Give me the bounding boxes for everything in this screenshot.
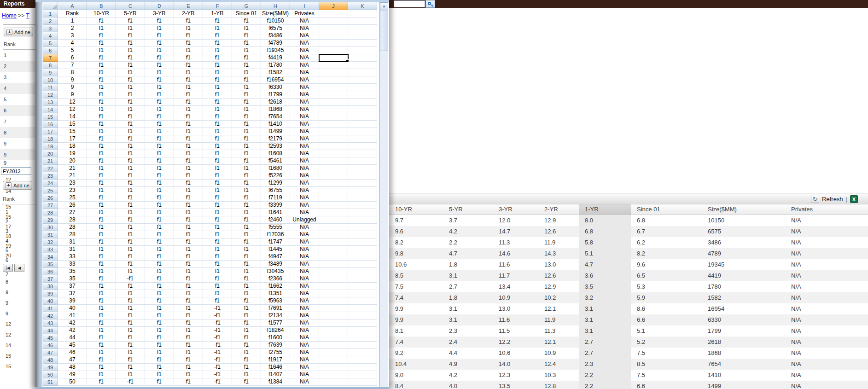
spreadsheet-cell[interactable]: f1	[232, 180, 261, 187]
spreadsheet-cell[interactable]: f1	[203, 135, 232, 143]
spreadsheet-cell[interactable]: f1	[232, 275, 261, 283]
spreadsheet-cell[interactable]: N/A	[290, 342, 319, 349]
spreadsheet-cell[interactable]: f1	[232, 143, 261, 150]
spreadsheet-cell[interactable]: 42	[43, 312, 58, 319]
spreadsheet-cell[interactable]	[348, 157, 377, 165]
spreadsheet-cell[interactable]: N/A	[290, 224, 319, 231]
spreadsheet-cell[interactable]: f7119	[261, 194, 290, 202]
export-excel-icon[interactable]: X	[850, 195, 858, 203]
spreadsheet-cell[interactable]: f1	[145, 113, 174, 121]
spreadsheet-cell[interactable]: 39	[58, 297, 87, 305]
spreadsheet-cell[interactable]: 19	[58, 150, 87, 157]
rank-row[interactable]: 5	[0, 94, 35, 105]
spreadsheet-cell[interactable]: f1	[232, 47, 261, 54]
spreadsheet-cell[interactable]: 49	[43, 364, 58, 371]
spreadsheet-cell[interactable]: f1	[116, 47, 145, 54]
spreadsheet-cell[interactable]: f1	[116, 32, 145, 40]
spreadsheet-cell[interactable]: f1499	[261, 128, 290, 135]
spreadsheet-cell[interactable]: f1	[232, 54, 261, 62]
spreadsheet-cell[interactable]	[319, 17, 348, 25]
spreadsheet-cell[interactable]: 3	[58, 32, 87, 40]
spreadsheet-cell[interactable]: N/A	[290, 62, 319, 69]
spreadsheet-cell[interactable]: f1680	[261, 165, 290, 172]
report-column-header[interactable]: Size($MM)	[702, 204, 785, 215]
spreadsheet-cell[interactable]: f1	[145, 312, 174, 319]
spreadsheet-cell[interactable]: N/A	[290, 253, 319, 261]
spreadsheet-cell[interactable]	[348, 10, 377, 17]
spreadsheet-cell[interactable]: f17036	[261, 231, 290, 238]
spreadsheet-cell[interactable]: 2	[58, 25, 87, 32]
spreadsheet-cell[interactable]	[348, 216, 377, 224]
report-column-header[interactable]: 5-YR	[443, 204, 493, 215]
spreadsheet-cell[interactable]: 44	[43, 327, 58, 334]
spreadsheet-cell[interactable]: f1	[203, 47, 232, 54]
spreadsheet-cell[interactable]	[319, 157, 348, 165]
spreadsheet-cell[interactable]	[319, 187, 348, 194]
spreadsheet-cell[interactable]: 9	[58, 76, 87, 84]
spreadsheet-cell[interactable]: f1	[232, 187, 261, 194]
spreadsheet-cell[interactable]: f1	[116, 180, 145, 187]
spreadsheet-cell[interactable]: 26	[43, 194, 58, 202]
spreadsheet-cell[interactable]	[348, 261, 377, 268]
spreadsheet-cell[interactable]: N/A	[290, 319, 319, 327]
spreadsheet-cell[interactable]: f1	[203, 17, 232, 25]
spreadsheet-cell[interactable]: f1	[145, 356, 174, 364]
spreadsheet-cell[interactable]: f1	[145, 378, 174, 386]
spreadsheet-cell[interactable]: f1	[87, 290, 116, 297]
spreadsheet-cell[interactable]: f1	[116, 194, 145, 202]
spreadsheet-cell[interactable]: f1	[203, 238, 232, 246]
spreadsheet-cell[interactable]: f1	[145, 319, 174, 327]
rank-row[interactable]: 1	[1, 209, 35, 215]
spreadsheet-cell[interactable]: N/A	[290, 32, 319, 40]
spreadsheet-cell[interactable]: f1	[116, 84, 145, 91]
spreadsheet-cell[interactable]: 31	[43, 231, 58, 238]
spreadsheet-cell[interactable]: f1	[174, 378, 203, 386]
column-header[interactable]: K	[348, 2, 377, 10]
add-new-button[interactable]: + Add ne	[4, 28, 33, 36]
spreadsheet-cell[interactable]: N/A	[290, 283, 319, 290]
spreadsheet-cell[interactable]: 1-YR	[203, 10, 232, 17]
spreadsheet-cell[interactable]: f1	[87, 157, 116, 165]
spreadsheet-cell[interactable]: f6755	[261, 187, 290, 194]
spreadsheet-cell[interactable]: f30435	[261, 268, 290, 275]
spreadsheet-cell[interactable]: f1	[87, 25, 116, 32]
spreadsheet-cell[interactable]	[319, 113, 348, 121]
spreadsheet-cell[interactable]	[348, 172, 377, 180]
spreadsheet-cell[interactable]: f1	[203, 231, 232, 238]
spreadsheet-cell[interactable]: f1	[145, 91, 174, 99]
spreadsheet-cell[interactable]: f1	[174, 231, 203, 238]
spreadsheet-cell[interactable]: f1	[87, 194, 116, 202]
spreadsheet-cell[interactable]: f1	[174, 238, 203, 246]
rank-row[interactable]: 8	[1, 277, 35, 287]
spreadsheet-cell[interactable]: f1	[232, 202, 261, 209]
spreadsheet-cell[interactable]: f1	[145, 121, 174, 128]
spreadsheet-cell[interactable]	[348, 143, 377, 150]
spreadsheet-cell[interactable]: f1	[145, 135, 174, 143]
spreadsheet-cell[interactable]: f5963	[261, 297, 290, 305]
spreadsheet-cell[interactable]: f1	[232, 69, 261, 76]
spreadsheet-cell[interactable]: f4789	[261, 40, 290, 47]
spreadsheet-cell[interactable]: f1	[232, 224, 261, 231]
spreadsheet-cell[interactable]: 23	[58, 187, 87, 194]
spreadsheet-cell[interactable]	[319, 84, 348, 91]
spreadsheet-cell[interactable]	[319, 334, 348, 342]
spreadsheet-cell[interactable]: f1	[203, 194, 232, 202]
spreadsheet-cell[interactable]: f1	[145, 342, 174, 349]
spreadsheet-cell[interactable]: 5	[43, 40, 58, 47]
spreadsheet-cell[interactable]: f7691	[261, 305, 290, 312]
rank-row[interactable]: 5	[1, 248, 35, 253]
rank-row[interactable]: 9	[1, 308, 35, 319]
report-column-header[interactable]: Since 01	[631, 204, 702, 215]
spreadsheet-cell[interactable]: f1	[174, 143, 203, 150]
column-header[interactable]: F	[203, 2, 232, 10]
breadcrumb-home-link[interactable]: Home	[2, 12, 17, 19]
spreadsheet-cell[interactable]: f1	[116, 246, 145, 253]
spreadsheet-cell[interactable]: f1	[232, 334, 261, 342]
spreadsheet-cell[interactable]: f1	[116, 319, 145, 327]
spreadsheet-cell[interactable]: 9	[43, 69, 58, 76]
spreadsheet-cell[interactable]: f1	[145, 76, 174, 84]
spreadsheet-cell[interactable]: 2-YR	[174, 10, 203, 17]
spreadsheet-cell[interactable]: f2593	[261, 143, 290, 150]
spreadsheet-cell[interactable]	[319, 135, 348, 143]
spreadsheet-cell[interactable]: 9	[58, 84, 87, 91]
